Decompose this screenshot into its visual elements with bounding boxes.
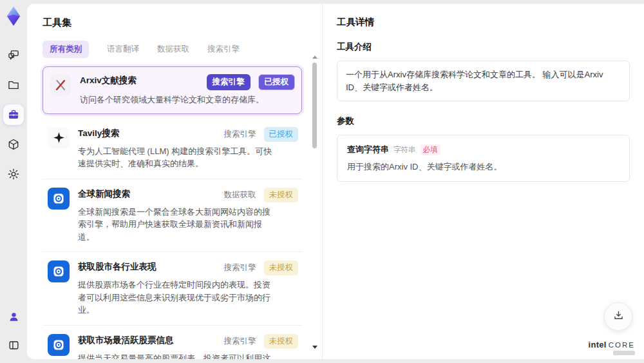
tool-description: 全球新闻搜索是一个聚合全球各大新闻网站内容的搜索引擎，帮助用户快速获取全球最新资… bbox=[78, 206, 276, 244]
param-name: 查询字符串 bbox=[347, 144, 389, 155]
param-description: 用于搜索的Arxiv ID、关键字或作者姓名。 bbox=[347, 161, 620, 173]
tool-category-tag: 搜索引擎 bbox=[224, 262, 256, 273]
tool-auth-badge: 已授权 bbox=[264, 127, 299, 142]
tool-list-item[interactable]: Arxiv文献搜索 搜索引擎 已授权 访问各个研究领域大量科学论文和文章的存储库… bbox=[43, 66, 302, 114]
scroll-up-icon[interactable] bbox=[312, 55, 317, 59]
tool-auth-badge: 未授权 bbox=[264, 260, 299, 275]
tool-description: 提供当天交易量最高的股票列表，投资者可以利用这些信息来识别流动性强的股票和潜在的… bbox=[78, 352, 276, 360]
scroll-down-icon[interactable] bbox=[312, 346, 317, 349]
param-type: 字符串 bbox=[393, 145, 416, 155]
tool-list-item[interactable]: 全球新闻搜索 数据获取 未授权 全球新闻搜索是一个聚合全球各大新闻网站内容的搜索… bbox=[43, 179, 302, 253]
tool-name: 获取市场最活跃股票信息 bbox=[78, 334, 174, 346]
tab-3[interactable]: 搜索引擎 bbox=[207, 41, 240, 58]
tool-auth-badge: 已授权 bbox=[258, 74, 296, 90]
folder-icon[interactable] bbox=[3, 75, 24, 95]
tab-1[interactable]: 语言翻译 bbox=[107, 41, 139, 58]
tool-list-item[interactable]: 获取市场最活跃股票信息 搜索引擎 未授权 提供当天交易量最高的股票列表，投资者可… bbox=[43, 326, 302, 360]
page-title: 工具集 bbox=[43, 17, 302, 29]
tool-intro-card: 一个用于从Arxiv存储库搜索科学论文和文章的工具。 输入可以是Arxiv ID… bbox=[337, 61, 630, 101]
download-icon bbox=[612, 309, 625, 324]
tool-description: 提供股票市场各个行业在特定时间段内的表现。投资者可以利用这些信息来识别表现优于或… bbox=[78, 279, 276, 317]
tab-0[interactable]: 所有类别 bbox=[43, 41, 89, 58]
panel-divider bbox=[322, 4, 323, 359]
tool-name: 全球新闻搜索 bbox=[78, 188, 130, 200]
tool-category-tag: 搜索引擎 bbox=[224, 129, 256, 140]
tool-name: Arxiv文献搜索 bbox=[80, 74, 137, 86]
tool-category-tag: 数据获取 bbox=[224, 190, 256, 201]
global-news-icon bbox=[48, 188, 70, 210]
tool-auth-badge: 未授权 bbox=[264, 188, 299, 202]
tool-category-tag: 搜索引擎 bbox=[224, 336, 256, 347]
list-scrollbar[interactable] bbox=[312, 55, 318, 353]
tool-auth-badge: 未授权 bbox=[264, 334, 299, 349]
global-news-icon bbox=[48, 260, 70, 282]
user-icon[interactable] bbox=[3, 306, 24, 327]
package-icon[interactable] bbox=[3, 134, 24, 155]
param-card: 查询字符串 字符串 必填 用于搜索的Arxiv ID、关键字或作者姓名。 bbox=[337, 135, 630, 182]
tab-2[interactable]: 数据获取 bbox=[157, 41, 189, 58]
intro-heading: 工具介绍 bbox=[337, 41, 630, 53]
tool-list-panel: 工具集 所有类别语言翻译数据获取搜索引擎 Arxiv文献搜索 搜索引擎 已授权 … bbox=[27, 4, 323, 359]
left-icon-rail bbox=[0, 0, 27, 363]
brand-intel: intel bbox=[589, 340, 607, 349]
tool-list: Arxiv文献搜索 搜索引擎 已授权 访问各个研究领域大量科学论文和文章的存储库… bbox=[43, 66, 302, 359]
tool-list-item[interactable]: Tavily搜索 搜索引擎 已授权 专为人工智能代理 (LLM) 构建的搜索引擎… bbox=[43, 119, 302, 179]
brand-sub-mark bbox=[613, 351, 635, 355]
detail-title: 工具详情 bbox=[337, 16, 630, 28]
tool-list-item[interactable]: 获取股市各行业表现 搜索引擎 未授权 提供股票市场各个行业在特定时间段内的表现。… bbox=[43, 252, 302, 326]
tool-description: 访问各个研究领域大量科学论文和文章的存储库。 bbox=[80, 93, 278, 106]
tool-description: 专为人工智能代理 (LLM) 构建的搜索引擎工具。可快速提供实时、准确和真实的结… bbox=[78, 145, 276, 170]
params-heading: 参数 bbox=[337, 115, 630, 127]
scrollbar-thumb[interactable] bbox=[312, 63, 317, 148]
brand-core: CORE bbox=[609, 341, 635, 349]
global-news-icon bbox=[48, 334, 70, 356]
param-required-badge: 必填 bbox=[421, 144, 440, 155]
arxiv-logo-icon bbox=[50, 74, 71, 96]
panel-toggle-icon[interactable] bbox=[3, 335, 24, 355]
toolbox-icon[interactable] bbox=[3, 104, 24, 125]
chat-icon[interactable] bbox=[3, 45, 24, 66]
tavily-star-icon bbox=[48, 127, 70, 149]
tool-detail-panel: 工具详情 工具介绍 一个用于从Arxiv存储库搜索科学论文和文章的工具。 输入可… bbox=[323, 4, 644, 359]
intel-core-logo: intelCORE bbox=[589, 340, 635, 355]
tool-name: 获取股市各行业表现 bbox=[78, 260, 156, 273]
diamond-logo-icon[interactable] bbox=[4, 5, 23, 27]
tool-name: Tavily搜索 bbox=[78, 127, 119, 139]
settings-icon[interactable] bbox=[3, 164, 24, 184]
category-tabs: 所有类别语言翻译数据获取搜索引擎 bbox=[43, 41, 302, 58]
download-button[interactable] bbox=[604, 302, 632, 331]
tool-category-tag: 搜索引擎 bbox=[207, 74, 251, 90]
